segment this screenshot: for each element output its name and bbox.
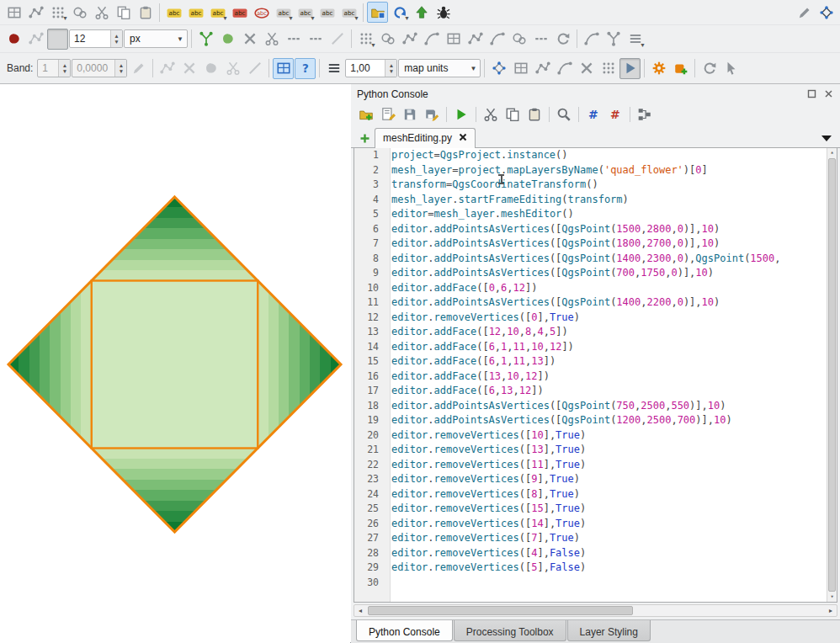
simplify-tool-icon[interactable] <box>217 29 238 50</box>
transform-3-icon[interactable] <box>532 58 553 79</box>
horizontal-scroll-thumb[interactable] <box>368 606 633 615</box>
split-tool-icon[interactable] <box>195 29 216 50</box>
delete-tool-icon[interactable] <box>239 29 260 50</box>
rotate-tool-icon[interactable] <box>552 29 573 50</box>
digitize-vertex-icon[interactable] <box>157 58 178 79</box>
map-canvas[interactable] <box>0 84 351 643</box>
tab-list-icon[interactable] <box>816 129 837 147</box>
export-icon[interactable] <box>411 2 432 23</box>
add-face-icon[interactable] <box>200 58 221 79</box>
uncomment-icon[interactable]: # <box>605 105 625 124</box>
mesh-problems-icon[interactable]: ? <box>295 58 316 79</box>
scroll-left-icon[interactable]: ◂ <box>354 605 366 616</box>
options-lines-icon[interactable] <box>323 58 344 79</box>
size-unit-select[interactable]: px▼ <box>124 29 188 48</box>
code-line[interactable]: 30 <box>354 576 837 591</box>
size-spinbox[interactable]: 12▲▼ <box>69 29 123 48</box>
force-by-line-icon[interactable] <box>244 58 265 79</box>
save-icon[interactable] <box>400 105 420 124</box>
vertex-tool-icon[interactable] <box>25 2 46 23</box>
code-line[interactable]: 10editor.addFace([0,6,12]) <box>354 281 837 296</box>
code-line[interactable]: 24editor.removeVertices([8],True) <box>354 487 837 502</box>
code-line[interactable]: 18editor.addPointsAsVertices([QgsPoint(7… <box>354 399 837 414</box>
add-settings-icon[interactable] <box>670 58 691 79</box>
label-change-icon[interactable]: abc▼ <box>295 2 316 23</box>
cut-features-icon[interactable] <box>91 2 112 23</box>
new-script-icon[interactable] <box>354 129 375 147</box>
rectangle-tool-icon[interactable] <box>443 29 464 50</box>
style-box-button[interactable] <box>47 29 68 50</box>
vertex-curve-icon[interactable] <box>581 29 602 50</box>
move-feature-icon[interactable] <box>399 29 420 50</box>
copy-icon[interactable] <box>502 105 523 124</box>
width-spinbox[interactable]: 1,00▲▼ <box>345 59 397 77</box>
multiedit-icon[interactable] <box>69 2 90 23</box>
settings-gear-icon[interactable] <box>648 58 669 79</box>
transform-1-icon[interactable] <box>488 58 509 79</box>
fill-ring-icon[interactable] <box>530 29 551 50</box>
editor-tab-mesh-editing[interactable]: meshEditing.py <box>375 128 476 148</box>
cut-icon[interactable] <box>481 105 501 124</box>
paste-icon[interactable] <box>524 105 545 124</box>
horizontal-scrollbar[interactable]: ◂ ▸ <box>354 604 837 617</box>
transform-6-icon[interactable] <box>598 58 619 79</box>
code-line[interactable]: 26editor.removeVertices([14],True) <box>354 517 837 532</box>
code-line[interactable]: 25editor.removeVertices([15],True) <box>354 502 837 517</box>
code-line[interactable]: 17editor.addFace([6,13,12]) <box>354 384 837 399</box>
label-rotate-icon[interactable]: abc <box>316 2 338 23</box>
close-panel-icon[interactable] <box>822 88 834 100</box>
transform-4-icon[interactable] <box>554 58 575 79</box>
curve-tool-icon[interactable] <box>421 29 442 50</box>
label-callout-icon[interactable]: abc▼ <box>338 2 359 23</box>
gap-tool-icon[interactable] <box>283 29 304 50</box>
code-line[interactable]: 23editor.removeVertices([9],True) <box>354 472 837 487</box>
save-as-icon[interactable] <box>422 105 442 124</box>
code-line[interactable]: 27editor.removeVertices([7],True) <box>354 531 837 546</box>
trim-tool-icon[interactable] <box>261 29 282 50</box>
scroll-down-icon[interactable]: ▾ <box>827 593 837 602</box>
open-script-icon[interactable] <box>356 105 376 124</box>
edit-pencil-icon[interactable] <box>794 2 815 23</box>
attribute-table-icon[interactable] <box>3 2 24 23</box>
map-units-select[interactable]: map units▼ <box>398 59 481 77</box>
remove-vertex-icon[interactable] <box>178 58 199 79</box>
remove-face-icon[interactable] <box>222 58 243 79</box>
object-inspector-icon[interactable] <box>635 105 655 124</box>
value-spinbox[interactable]: 0,0000▲▼ <box>72 59 127 77</box>
code-line[interactable]: 1project=QgsProject.instance() <box>354 148 837 163</box>
code-line[interactable]: 7editor.addPointsAsVertices([QgsPoint(18… <box>354 236 837 252</box>
code-line[interactable]: 3transform=QgsCoordinateTransform() <box>354 178 837 193</box>
undo-icon[interactable]: ▼ <box>389 2 410 23</box>
current-edits-icon[interactable] <box>3 29 24 50</box>
label-highlight-icon[interactable]: abc <box>185 2 206 23</box>
label-red-icon[interactable]: abc <box>229 2 250 23</box>
circle-tool-icon[interactable] <box>377 29 398 50</box>
code-line[interactable]: 4mesh_layer.startFrameEditing(transform) <box>354 193 837 208</box>
diagonal-tool-icon[interactable] <box>327 29 348 50</box>
code-line[interactable]: 29editor.removeVertices([5],False) <box>354 561 837 576</box>
code-line[interactable]: 8editor.addPointsAsVertices([QgsPoint(14… <box>354 252 837 267</box>
ellipse-tool-icon[interactable] <box>508 29 529 50</box>
more-tools-icon[interactable]: ▼ <box>625 29 646 50</box>
code-line[interactable]: 19editor.addPointsAsVertices([QgsPoint(1… <box>354 413 837 428</box>
open-file-icon[interactable] <box>378 105 398 124</box>
transform-5-icon[interactable] <box>576 58 597 79</box>
code-line[interactable]: 13editor.addFace([12,10,8,4,5]) <box>354 325 837 340</box>
split-parts-icon[interactable] <box>603 29 624 50</box>
reindex-mesh-icon[interactable] <box>273 58 294 79</box>
node-tool-icon[interactable] <box>25 29 46 50</box>
snapping-grid-icon[interactable]: ▼ <box>355 29 376 50</box>
refresh-icon[interactable] <box>699 58 720 79</box>
toolbox-icon[interactable]: ▼ <box>47 2 68 23</box>
plugin-bug-icon[interactable] <box>433 2 454 23</box>
code-line[interactable]: 9editor.addPointsAsVertices([QgsPoint(70… <box>354 266 837 281</box>
overlap-tool-icon[interactable] <box>305 29 326 50</box>
pointer-icon[interactable] <box>720 58 742 79</box>
python-console-toggle-icon[interactable] <box>367 2 388 23</box>
label-move-icon[interactable]: abc▼ <box>273 2 294 23</box>
close-tab-icon[interactable] <box>459 132 467 144</box>
offset-tool-icon[interactable] <box>486 29 508 50</box>
bottom-tab-python-console[interactable]: Python Console <box>356 620 453 641</box>
code-line[interactable]: 11editor.addPointsAsVertices([QgsPoint(1… <box>354 295 837 311</box>
band-spinbox[interactable]: 1▲▼ <box>37 59 71 77</box>
